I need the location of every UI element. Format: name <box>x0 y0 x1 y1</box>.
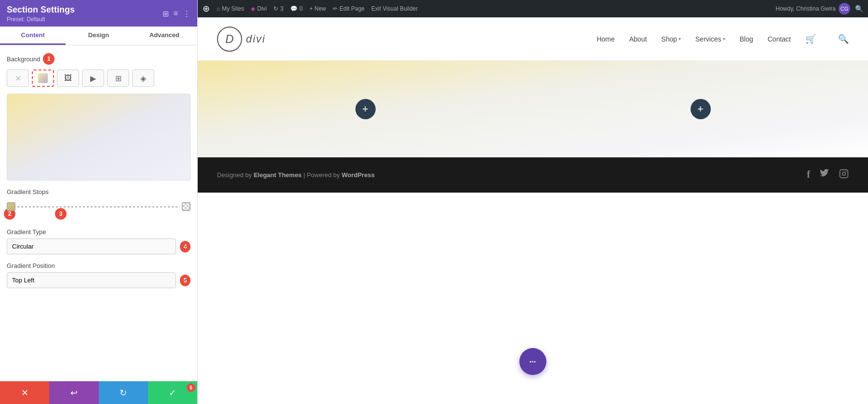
panel-preset[interactable]: Preset: Default <box>7 16 75 23</box>
facebook-icon[interactable]: f <box>807 169 810 181</box>
edit-page-item[interactable]: ✏ Edit Page <box>333 5 365 12</box>
floating-more-icon: ••• <box>529 359 536 364</box>
nav-blog-label: Blog <box>740 35 753 43</box>
gradient-position-select-wrap: Top Left Center Top Right Bottom Left Bo… <box>7 272 190 288</box>
new-label: + New <box>310 5 326 12</box>
bg-type-pattern[interactable]: ⊞ <box>107 70 129 87</box>
gradient-stop-left[interactable] <box>7 202 15 211</box>
divi-icon: ◈ <box>251 5 255 12</box>
footer-designed-by: Designed by <box>217 171 254 179</box>
instagram-icon[interactable] <box>839 169 849 181</box>
redo-button[interactable]: ↻ <box>99 381 148 404</box>
add-module-right[interactable]: + <box>691 99 711 119</box>
site-logo[interactable]: D divi <box>217 27 266 52</box>
expand-icon[interactable]: ⊞ <box>163 9 169 18</box>
svg-rect-1 <box>840 170 848 178</box>
svg-point-2 <box>842 172 846 176</box>
cancel-button[interactable]: ✕ <box>0 381 49 404</box>
comments-icon: 💬 <box>290 5 298 12</box>
gradient-type-select-wrap: Circular Linear Conic ▾ 4 <box>7 238 190 254</box>
cart-icon[interactable]: 🛒 <box>805 34 816 44</box>
panel-header-icons[interactable]: ⊞ ≡ ⋮ <box>163 9 190 18</box>
badge-5: 5 <box>180 275 190 286</box>
revisions-item[interactable]: ↻ 3 <box>273 5 284 12</box>
divi-label: Divi <box>257 5 267 12</box>
logo-text: divi <box>246 33 266 45</box>
gradient-type-field: Gradient Type Circular Linear Conic ▾ 4 <box>7 228 190 254</box>
bg-type-mask[interactable]: ◈ <box>132 70 154 87</box>
nav-home[interactable]: Home <box>597 35 614 43</box>
gradient-position-label: Gradient Position <box>7 262 190 269</box>
confirm-button[interactable]: ✓ 6 <box>148 381 197 404</box>
panel-content: Background 1 ✕ 🖼 ▶ ⊞ ◈ <box>0 45 197 381</box>
revisions-count: 3 <box>280 5 284 12</box>
gradient-position-select[interactable]: Top Left Center Top Right Bottom Left Bo… <box>7 272 176 288</box>
twitter-icon[interactable] <box>820 169 829 181</box>
panel-tabs: Content Design Advanced <box>0 27 197 45</box>
services-chevron-icon: ▾ <box>723 36 725 42</box>
logo-letter: D <box>225 32 233 46</box>
wp-logo-item[interactable]: ⊕ <box>203 3 210 14</box>
footer-text: Designed by Elegant Themes | Powered by … <box>217 171 375 179</box>
badge-6: 6 <box>187 383 195 392</box>
nav-services-label: Services <box>695 35 721 43</box>
panel-actions: ✕ ↩ ↻ ✓ 6 <box>0 381 197 404</box>
floating-more-button[interactable]: ••• <box>519 348 546 375</box>
my-sites-item[interactable]: ⌂ My Sites <box>217 5 244 12</box>
site-footer: Designed by Elegant Themes | Powered by … <box>198 157 868 193</box>
gradient-stops-line <box>17 206 180 208</box>
gradient-stops-bar <box>7 199 190 214</box>
howdy-label: Howdy, Christina Gwira <box>776 5 836 12</box>
nav-about[interactable]: About <box>629 35 647 43</box>
section-settings-panel: Section Settings Preset: Default ⊞ ≡ ⋮ C… <box>0 0 198 404</box>
bg-type-video[interactable]: ▶ <box>82 70 104 87</box>
tab-design[interactable]: Design <box>66 27 131 45</box>
undo-button[interactable]: ↩ <box>49 381 98 404</box>
svg-rect-0 <box>38 73 48 83</box>
elegant-themes-link[interactable]: Elegant Themes <box>254 171 302 179</box>
nav-services[interactable]: Services ▾ <box>695 35 725 43</box>
comments-item[interactable]: 💬 0 <box>290 5 303 12</box>
nav-search-icon[interactable]: 🔍 <box>838 34 849 44</box>
exit-builder-item[interactable]: Exit Visual Builder <box>371 5 418 12</box>
tab-content[interactable]: Content <box>0 27 66 45</box>
svg-point-3 <box>846 171 847 172</box>
user-avatar[interactable]: CG <box>839 3 850 14</box>
search-icon[interactable]: 🔍 <box>855 5 863 13</box>
nav-contact-label: Contact <box>768 35 791 43</box>
howdy-text: Howdy, Christina Gwira CG <box>776 3 850 14</box>
divi-item[interactable]: ◈ Divi <box>251 5 267 12</box>
new-item[interactable]: + New <box>310 5 326 12</box>
gradient-stops-label: Gradient Stops <box>7 188 190 195</box>
tab-advanced[interactable]: Advanced <box>132 27 197 45</box>
nav-about-label: About <box>629 35 647 43</box>
more-icon[interactable]: ⋮ <box>183 9 190 18</box>
site-nav: D divi Home About Shop ▾ Services ▾ Blog <box>198 17 868 61</box>
bg-type-image[interactable]: 🖼 <box>57 70 79 87</box>
gradient-type-select[interactable]: Circular Linear Conic <box>7 238 176 254</box>
add-module-left[interactable]: + <box>355 99 376 119</box>
nav-contact[interactable]: Contact <box>768 35 791 43</box>
add-module-right-icon: + <box>697 103 704 115</box>
site-content: + + Designed by Elegant Themes | Powered… <box>198 61 868 404</box>
comments-count: 0 <box>299 5 303 12</box>
badge-1: 1 <box>43 53 54 65</box>
my-sites-label: My Sites <box>222 5 244 12</box>
gradient-type-label: Gradient Type <box>7 228 190 236</box>
background-type-row: ✕ 🖼 ▶ ⊞ ◈ <box>7 70 190 87</box>
wp-bar-right: Howdy, Christina Gwira CG 🔍 <box>776 3 863 14</box>
my-sites-icon: ⌂ <box>217 5 220 12</box>
badge-3: 3 <box>55 208 67 220</box>
wordpress-link[interactable]: WordPress <box>341 171 374 179</box>
bg-type-none[interactable]: ✕ <box>7 70 29 87</box>
edit-icon: ✏ <box>333 5 338 12</box>
nav-home-label: Home <box>597 35 614 43</box>
hero-section: + + <box>198 61 868 157</box>
site-empty-area: ••• <box>198 193 868 404</box>
columns-icon[interactable]: ≡ <box>174 9 178 18</box>
gradient-stop-right[interactable] <box>182 202 190 211</box>
nav-shop[interactable]: Shop ▾ <box>661 35 681 43</box>
bg-type-gradient[interactable] <box>32 70 54 87</box>
gradient-stops-section: Gradient Stops 2 3 <box>7 188 190 214</box>
nav-blog[interactable]: Blog <box>740 35 753 43</box>
